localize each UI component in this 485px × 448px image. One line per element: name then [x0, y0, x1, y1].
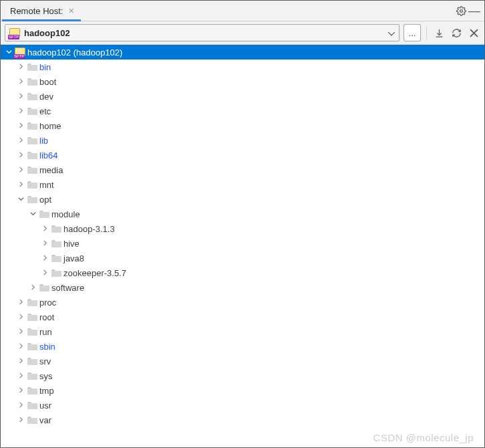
folder-icon: [26, 417, 38, 424]
tree-item[interactable]: mnt: [1, 177, 484, 192]
expand-icon[interactable]: [15, 93, 26, 100]
folder-icon: [26, 358, 38, 365]
tree-item[interactable]: opt: [1, 192, 484, 207]
refresh-icon[interactable]: [450, 25, 463, 41]
folder-icon: [26, 93, 38, 100]
expand-icon[interactable]: [15, 314, 26, 321]
expand-icon[interactable]: [15, 387, 26, 395]
expand-icon[interactable]: [15, 64, 26, 71]
expand-icon[interactable]: [15, 152, 26, 159]
collapse-icon[interactable]: [27, 211, 38, 218]
expand-icon[interactable]: [15, 166, 26, 174]
folder-icon: [26, 402, 38, 409]
tree-item[interactable]: boot: [1, 74, 484, 89]
tree-item[interactable]: etc: [1, 104, 484, 118]
download-icon[interactable]: [432, 25, 446, 41]
tree-item[interactable]: hive: [1, 236, 484, 251]
tree-item[interactable]: proc: [1, 295, 484, 310]
folder-icon: [26, 181, 38, 189]
expand-icon[interactable]: [15, 343, 26, 350]
expand-icon[interactable]: [39, 255, 50, 262]
tree-item[interactable]: tmp: [1, 383, 484, 398]
expand-icon[interactable]: [15, 372, 26, 380]
tab-remote-host[interactable]: Remote Host: ✕: [2, 1, 81, 21]
expand-icon[interactable]: [39, 240, 50, 247]
close-icon[interactable]: ✕: [68, 7, 74, 14]
tree-item[interactable]: lib64: [1, 148, 484, 162]
folder-icon: [50, 225, 62, 233]
tree-item-label: media: [38, 165, 63, 175]
expand-icon[interactable]: [15, 78, 26, 86]
tree-item-label: lib: [38, 136, 48, 146]
tree-item-label: zookeeper-3.5.7: [62, 268, 126, 278]
tree-item-label: etc: [38, 106, 51, 116]
folder-icon: [26, 314, 38, 321]
svg-point-0: [460, 9, 463, 12]
tree-root-label: hadoop102 (hadoop102): [26, 47, 122, 58]
folder-icon: [26, 108, 38, 115]
separator: [426, 26, 427, 39]
tree-item-label: opt: [38, 195, 51, 205]
tree-item[interactable]: usr: [1, 398, 484, 413]
folder-icon: [38, 284, 50, 292]
expand-icon[interactable]: [15, 122, 26, 130]
expand-icon[interactable]: [15, 417, 26, 424]
tab-strip: Remote Host: ✕ —: [1, 1, 484, 21]
expand-icon[interactable]: [39, 225, 50, 233]
expand-icon[interactable]: [3, 49, 14, 56]
expand-icon[interactable]: [39, 269, 50, 277]
expand-icon[interactable]: [15, 402, 26, 409]
tree-item[interactable]: var: [1, 413, 484, 427]
more-button[interactable]: ...: [403, 24, 421, 41]
expand-icon[interactable]: [15, 328, 26, 336]
folder-icon: [26, 152, 38, 159]
tree-item[interactable]: zookeeper-3.5.7: [1, 265, 484, 280]
tree-item[interactable]: home: [1, 118, 484, 133]
folder-icon: [26, 328, 38, 336]
tree-item[interactable]: lib: [1, 133, 484, 148]
expand-icon[interactable]: [15, 137, 26, 144]
host-label: hadoop102: [24, 28, 70, 38]
folder-icon: [26, 299, 38, 306]
tree-item-label: proc: [38, 298, 56, 308]
tree-item-label: hive: [62, 239, 79, 249]
tree-item[interactable]: java8: [1, 251, 484, 265]
tree-item-label: hadoop-3.1.3: [62, 224, 115, 234]
tree-item[interactable]: media: [1, 162, 484, 177]
tree-item[interactable]: srv: [1, 354, 484, 368]
hide-icon[interactable]: —: [468, 7, 480, 14]
tree-item[interactable]: sys: [1, 368, 484, 383]
collapse-icon[interactable]: [15, 196, 26, 203]
tree-item-label: tmp: [38, 386, 54, 396]
folder-icon: [50, 240, 62, 247]
tree-item[interactable]: run: [1, 324, 484, 339]
tree-item-label: java8: [62, 253, 84, 263]
disconnect-icon[interactable]: [467, 25, 480, 41]
tree-item-label: sbin: [38, 342, 55, 352]
tree-item[interactable]: module: [1, 207, 484, 221]
expand-icon[interactable]: [15, 299, 26, 306]
expand-icon[interactable]: [15, 181, 26, 189]
tree-item[interactable]: dev: [1, 89, 484, 104]
folder-icon: [26, 137, 38, 144]
host-selector[interactable]: SFTP hadoop102: [5, 24, 399, 41]
tree-item-label: dev: [38, 92, 53, 102]
folder-icon: [50, 255, 62, 262]
tree-item[interactable]: sbin: [1, 339, 484, 354]
expand-icon[interactable]: [15, 108, 26, 115]
tree-item[interactable]: root: [1, 310, 484, 324]
folder-icon: [26, 78, 38, 86]
tree-root[interactable]: SFTP hadoop102 (hadoop102): [1, 45, 484, 60]
folder-icon: [26, 64, 38, 71]
gear-icon[interactable]: [456, 6, 468, 16]
file-tree[interactable]: SFTP hadoop102 (hadoop102) binbootdevetc…: [1, 45, 484, 447]
folder-icon: [26, 122, 38, 130]
expand-icon[interactable]: [15, 358, 26, 365]
tree-item[interactable]: software: [1, 280, 484, 295]
tree-item-label: software: [50, 283, 84, 293]
tree-item[interactable]: bin: [1, 60, 484, 74]
folder-icon: [26, 372, 38, 380]
tree-item[interactable]: hadoop-3.1.3: [1, 221, 484, 236]
sftp-icon: SFTP: [9, 28, 20, 37]
expand-icon[interactable]: [27, 284, 38, 292]
